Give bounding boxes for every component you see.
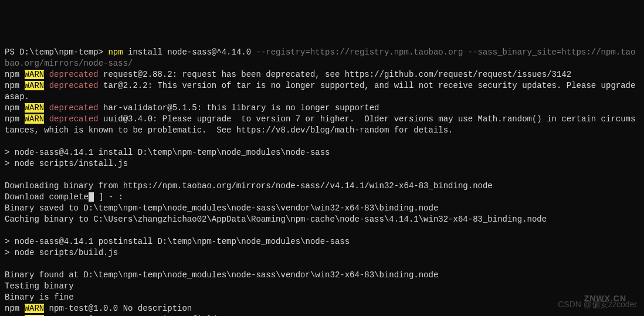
warn-line: npm WARN npm-test@1.0.0 No description <box>5 303 639 314</box>
terminal-output[interactable]: PS D:\temp\npm-temp> npm install node-sa… <box>5 47 639 316</box>
cursor-block-icon <box>89 192 94 202</box>
warn-tag: WARN <box>25 81 45 90</box>
binary-cached: Caching binary to C:\Users\zhangzhichao0… <box>5 214 639 225</box>
warn-line: npm WARN deprecated har-validator@5.1.5:… <box>5 103 639 114</box>
download-complete: Download complete ] - : <box>5 192 639 203</box>
watermark-csdn: CSDN @偏安zzcoder <box>558 299 637 310</box>
npm-prefix: npm <box>5 103 25 113</box>
warn-tag: WARN <box>25 103 45 113</box>
npm-prefix: npm <box>5 304 25 313</box>
warn-tag: WARN <box>25 70 45 79</box>
deprecated-label: deprecated <box>49 81 99 90</box>
warn-tag: WARN <box>25 304 45 313</box>
warn-message: har-validator@5.1.5: this library is no … <box>99 103 379 113</box>
npm-prefix: npm <box>5 81 25 90</box>
deprecated-label: deprecated <box>49 114 99 124</box>
download-from: Downloading binary from https://npm.taob… <box>5 169 639 192</box>
warn-line: npm WARN deprecated uuid@3.4.0: Please u… <box>5 114 639 136</box>
prompt-text: PS D:\temp\npm-temp> <box>5 47 108 57</box>
warn-message: npm-test@1.0.0 No description <box>44 304 192 313</box>
download-complete-suffix: ] - : <box>94 192 123 202</box>
cmd-npm: npm <box>108 47 128 57</box>
deprecated-label: deprecated <box>49 103 99 113</box>
warn-line: npm WARN deprecated request@2.88.2: requ… <box>5 69 639 80</box>
warn-tag: WARN <box>25 114 45 124</box>
prompt-line: PS D:\temp\npm-temp> npm install node-sa… <box>5 47 639 69</box>
postinstall-header: > node-sass@4.14.1 postinstall D:\temp\n… <box>5 225 639 259</box>
download-complete-prefix: Download complete <box>5 192 89 202</box>
binary-saved: Binary saved to D:\temp\npm-temp\node_mo… <box>5 203 639 214</box>
npm-prefix: npm <box>5 114 25 124</box>
warn-line: npm WARN deprecated tar@2.2.2: This vers… <box>5 80 639 103</box>
binary-found: Binary found at D:\temp\npm-temp\node_mo… <box>5 259 639 281</box>
warn-message: tar@2.2.2: This version of tar is no lon… <box>5 81 640 101</box>
cmd-args: install node-sass@^4.14.0 <box>128 47 256 57</box>
binary-fine: Binary is fine <box>5 292 639 303</box>
deprecated-label: deprecated <box>49 70 99 79</box>
warn-message: uuid@3.4.0: Please upgrade to version 7 … <box>5 114 635 135</box>
warn-message: request@2.88.2: request has been depreca… <box>99 70 572 79</box>
install-header: > node-sass@4.14.1 install D:\temp\npm-t… <box>5 136 639 169</box>
binary-testing: Testing binary <box>5 281 639 292</box>
npm-prefix: npm <box>5 70 25 79</box>
